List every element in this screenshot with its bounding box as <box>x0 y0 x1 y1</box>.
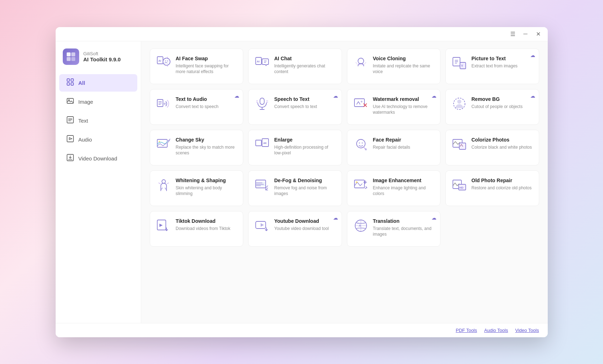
video-tools-link[interactable]: Video Tools <box>515 328 539 333</box>
logo-text: GiliSoft AI Toolkit 9.9.0 <box>83 51 121 62</box>
tool-card-youtube-download-text: Youtube Download Youtube video download … <box>274 218 336 232</box>
tool-card-youtube-download-title: Youtube Download <box>274 218 336 224</box>
sidebar-item-all-label: All <box>78 80 85 86</box>
tool-card-text-to-audio-desc: Convert text to speech <box>176 104 237 110</box>
tool-card-tiktok-download-text: Tiktok Download Download videos from Tik… <box>176 218 237 232</box>
tool-card-old-photo-repair-title: Old Photo Repair <box>471 177 533 184</box>
minimize-button[interactable]: ─ <box>522 30 529 37</box>
tool-card-text-to-audio-title: Text to Audio <box>176 96 237 102</box>
svg-point-45 <box>356 181 357 183</box>
sidebar-item-all[interactable]: All <box>59 74 137 92</box>
tool-card-text-to-audio-text: Text to Audio Convert text to speech <box>176 96 237 110</box>
svg-rect-5 <box>71 79 73 81</box>
close-button[interactable]: ✕ <box>535 30 542 37</box>
tool-card-ai-face-swap-title: AI Face Swap <box>176 55 237 62</box>
pdf-tools-link[interactable]: PDF Tools <box>456 328 477 333</box>
tool-card-watermark-removal-desc: Use AI technology to remove watermarks <box>373 104 435 116</box>
ai-chat-icon: AI <box>254 55 270 71</box>
logo-area: GiliSoft AI Toolkit 9.9.0 <box>56 48 141 73</box>
svg-rect-3 <box>71 57 75 61</box>
tool-card-old-photo-repair-text: Old Photo Repair Restore and colorize ol… <box>471 177 533 191</box>
cloud-badge-translation: ☁ <box>431 215 436 221</box>
title-bar-controls: ☰ ─ ✕ <box>509 30 542 37</box>
sidebar: GiliSoft AI Toolkit 9.9.0 All <box>56 41 141 323</box>
svg-point-42 <box>162 180 165 183</box>
tool-card-youtube-download[interactable]: ☁ Youtube Download Youtube video downloa… <box>248 211 342 247</box>
tiktok-download-icon: ▶ <box>156 218 172 234</box>
menu-button[interactable]: ☰ <box>509 30 516 37</box>
tool-card-image-enhancement-desc: Enhance image lighting and colors <box>373 185 435 197</box>
tool-card-remove-bg-text: Remove BG Cutout of people or objects <box>471 96 533 110</box>
tool-card-text-to-audio[interactable]: ☁ Text to Audio Convert text to speech <box>150 89 244 125</box>
svg-point-25 <box>164 103 166 105</box>
sidebar-item-video-download[interactable]: Video Download <box>59 150 137 167</box>
old-photo-repair-icon: HD <box>451 177 467 193</box>
tool-card-ai-face-swap[interactable]: AI AI Face Swap Intelligent face swappin… <box>150 48 244 84</box>
change-sky-icon <box>156 137 172 152</box>
remove-bg-icon <box>451 96 467 112</box>
sidebar-item-image-label: Image <box>78 99 93 105</box>
svg-point-15 <box>163 58 170 65</box>
tool-card-remove-bg-desc: Cutout of people or objects <box>471 104 533 110</box>
svg-point-37 <box>359 142 360 144</box>
tool-card-tiktok-download-desc: Download videos from Tiktok <box>176 226 237 232</box>
tool-card-speech-to-text-desc: Convert speech to text <box>274 104 336 110</box>
svg-rect-33 <box>256 140 261 146</box>
tool-card-whitening-shaping-text: Whitening & Shaping Skin whitening and b… <box>176 177 237 197</box>
svg-point-17 <box>167 60 168 62</box>
tool-card-image-enhancement-text: Image Enhancement Enhance image lighting… <box>373 177 435 197</box>
sidebar-item-audio[interactable]: Audio <box>59 131 137 148</box>
tool-card-translation-desc: Translate text, documents, and images <box>373 226 435 238</box>
svg-rect-4 <box>67 79 70 81</box>
cloud-badge-picture-to-text: ☁ <box>530 52 535 58</box>
app-body: GiliSoft AI Toolkit 9.9.0 All <box>56 41 548 323</box>
svg-text:▶: ▶ <box>159 223 163 227</box>
tool-card-translation[interactable]: ☁ A Translation Translate text, document… <box>347 211 441 247</box>
sidebar-item-text[interactable]: Text <box>59 112 137 129</box>
tool-card-image-enhancement[interactable]: Image Enhancement Enhance image lighting… <box>347 170 441 206</box>
cloud-badge-text-to-audio: ☁ <box>234 93 239 99</box>
app-name: GiliSoft <box>83 51 121 56</box>
tool-card-ai-face-swap-desc: Intelligent face swapping for more natur… <box>176 63 237 75</box>
tool-card-speech-to-text[interactable]: ☁ Speech to Text Convert speech to text <box>248 89 342 125</box>
svg-rect-7 <box>71 83 73 85</box>
tool-card-tiktok-download[interactable]: ▶ Tiktok Download Download videos from T… <box>150 211 244 247</box>
de-fog-denoising-icon <box>254 177 270 193</box>
tool-card-whitening-shaping-desc: Skin whitening and body slimming <box>176 185 237 197</box>
tool-card-youtube-download-desc: Youtube video download tool <box>274 226 336 232</box>
svg-point-28 <box>361 101 362 102</box>
tool-card-speech-to-text-text: Speech to Text Convert speech to text <box>274 96 336 110</box>
tool-card-watermark-removal[interactable]: ☁ Watermark removal Use AI technology to… <box>347 89 441 125</box>
tool-card-face-repair[interactable]: Face Repair Repair facial details <box>347 130 441 165</box>
tool-card-change-sky[interactable]: Change Sky Replace the sky to match more… <box>150 130 244 165</box>
audio-tools-link[interactable]: Audio Tools <box>484 328 508 333</box>
cloud-badge-speech-to-text: ☁ <box>333 93 338 99</box>
svg-text:AI: AI <box>257 60 260 63</box>
sidebar-item-audio-label: Audio <box>78 137 92 143</box>
app-title: AI Toolkit 9.9.0 <box>83 56 121 62</box>
svg-text:T: T <box>461 64 463 68</box>
svg-rect-27 <box>354 99 364 107</box>
svg-rect-11 <box>67 135 73 142</box>
tool-card-enlarge-text: Enlarge High-definition processing of lo… <box>274 137 336 157</box>
tool-card-whitening-shaping[interactable]: Whitening & Shaping Skin whitening and b… <box>150 170 244 206</box>
tool-card-enlarge[interactable]: 4K Enlarge High-definition processing of… <box>248 130 342 165</box>
tool-card-de-fog-denoising-title: De-Fog & Denoising <box>274 177 336 184</box>
tool-card-picture-to-text-text: Picture to Text Extract text from images <box>471 55 533 69</box>
tool-card-ai-chat-title: AI Chat <box>274 55 336 62</box>
tools-grid: AI AI Face Swap Intelligent face swappin… <box>150 48 539 247</box>
ai-face-swap-icon: AI <box>156 55 172 71</box>
audio-icon <box>66 135 74 144</box>
tool-card-colorize-photos[interactable]: Colorize Photos Colorize black and white… <box>445 130 539 165</box>
youtube-download-icon <box>254 218 270 234</box>
tool-card-ai-chat[interactable]: AI AI Chat Intelligently generates chat … <box>248 48 342 84</box>
sidebar-item-image[interactable]: Image <box>59 93 137 111</box>
tool-card-voice-cloning[interactable]: Voice Cloning Imitate and replicate the … <box>347 48 441 84</box>
tool-card-remove-bg[interactable]: ☁ Remove BG Cutout of people or objects <box>445 89 539 125</box>
tool-card-face-repair-title: Face Repair <box>373 137 435 143</box>
tool-card-old-photo-repair[interactable]: HD Old Photo Repair Restore and colorize… <box>445 170 539 206</box>
tool-card-de-fog-denoising[interactable]: De-Fog & Denoising Remove fog and noise … <box>248 170 342 206</box>
image-enhancement-icon <box>353 177 369 193</box>
tool-card-change-sky-desc: Replace the sky to match more scenes <box>176 144 237 157</box>
tool-card-picture-to-text[interactable]: ☁ T Picture to Text Extract text from im… <box>445 48 539 84</box>
